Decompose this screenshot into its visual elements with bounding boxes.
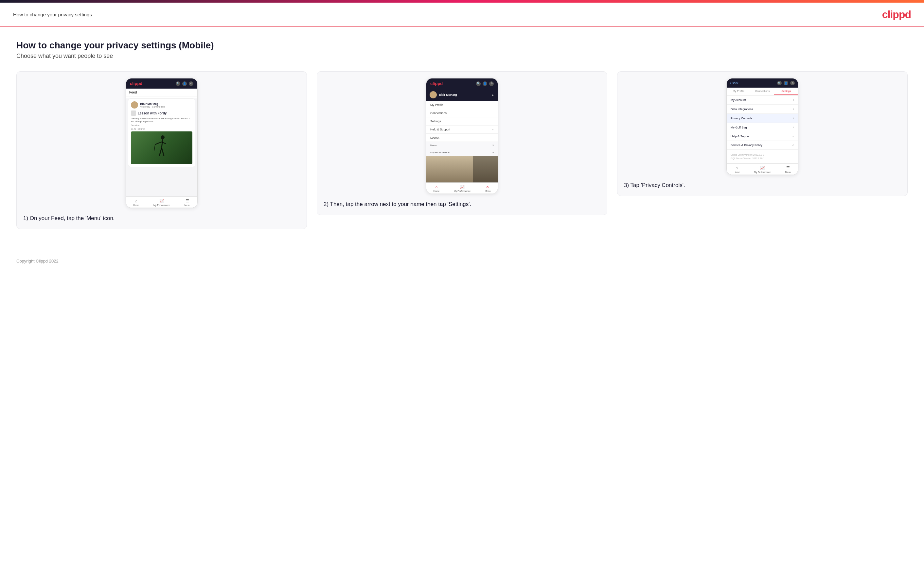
step3-back-bar: ‹ Back 🔍 👤 ⚙ [727, 79, 798, 88]
settings-list: My Account › Data Integrations › Privacy… [727, 95, 798, 150]
page-heading: How to change your privacy settings (Mob… [16, 40, 908, 51]
home-icon-2: ⌂ [435, 185, 438, 189]
version-line-1: Clippd Client Version: 2022.8.3-3 [731, 153, 794, 156]
step2-topbar: clippd 🔍 👤 ⚙ [426, 79, 498, 89]
nav-performance-label-3: My Performance [754, 171, 771, 173]
step1-feed-content: Blair McHarg Yesterday · Sunningdale Les… [126, 98, 197, 197]
settings-item-service-privacy[interactable]: Service & Privacy Policy ↗ [727, 141, 798, 150]
feed-post-duration-value: 01 hr : 30 min [131, 128, 192, 130]
tab-connections[interactable]: Connections [751, 88, 774, 95]
copyright-text: Copyright Clippd 2022 [16, 259, 58, 263]
settings-item-my-golf-bag[interactable]: My Golf Bag › [727, 123, 798, 132]
settings-my-golf-bag-label: My Golf Bag [731, 126, 747, 129]
nav-performance-label: My Performance [153, 204, 170, 206]
feed-post-sub: Yesterday · Sunningdale [140, 106, 165, 108]
back-button[interactable]: ‹ Back [730, 81, 738, 85]
menu-section-home: Home ▾ [426, 142, 498, 149]
nav-performance: 📈 My Performance [153, 199, 170, 206]
tab-settings[interactable]: Settings [774, 88, 798, 95]
settings-data-integrations-label: Data Integrations [731, 108, 753, 111]
step2-bottom-nav: ⌂ Home 📈 My Performance ✕ Menu [426, 182, 498, 193]
step1-bottom-nav: ⌂ Home 📈 My Performance ☰ Menu [126, 197, 197, 208]
menu-item-connections: Connections [426, 109, 498, 118]
chevron-right-icon-1: › [793, 98, 794, 102]
feed-post-header: Blair McHarg Yesterday · Sunningdale [131, 102, 192, 108]
accent-bar [0, 0, 924, 3]
menu-item-help-label: Help & Support [430, 128, 450, 131]
menu-section-performance-label: My Performance [430, 151, 449, 154]
settings-item-privacy-controls[interactable]: Privacy Controls › [727, 114, 798, 123]
feed-tab-label: Feed [126, 89, 197, 97]
home-icon-3: ⌂ [735, 166, 738, 170]
nav-home-label-2: Home [433, 190, 440, 192]
performance-icon-3: 📈 [760, 166, 765, 170]
step1-topbar: clippd 🔍 👤 ⚙ [126, 79, 197, 89]
chevron-up-icon: ▲ [491, 93, 494, 97]
avatar [131, 102, 138, 108]
svg-line-5 [159, 148, 162, 156]
user-icon-3: 👤 [783, 81, 788, 85]
settings-item-help-support[interactable]: Help & Support ↗ [727, 132, 798, 141]
home-icon: ⌂ [135, 199, 137, 203]
menu-avatar [430, 91, 437, 98]
feed-post-user: Blair McHarg Yesterday · Sunningdale [140, 102, 165, 108]
nav-menu: ☰ Menu [184, 199, 191, 206]
step-2-phone-wrapper: clippd 🔍 👤 ⚙ Blair McHarg ▲ [324, 78, 600, 194]
step1-phone-logo: clippd [130, 81, 142, 86]
menu-icon: ☰ [186, 199, 189, 203]
step-2-phone: clippd 🔍 👤 ⚙ Blair McHarg ▲ [426, 78, 498, 194]
menu-section-performance: My Performance ▾ [426, 149, 498, 156]
menu-item-help: Help & Support ↗ [426, 126, 498, 134]
performance-icon: 📈 [159, 199, 164, 203]
svg-line-3 [154, 145, 155, 151]
step-1-phone: clippd 🔍 👤 ⚙ Feed [126, 78, 198, 208]
nav-home: ⌂ Home [133, 199, 139, 206]
nav-performance-3: 📈 My Performance [754, 166, 771, 173]
chevron-right-icon-4: › [793, 126, 794, 129]
settings-privacy-controls-label: Privacy Controls [731, 117, 752, 120]
chevron-right-icon-2: › [793, 107, 794, 111]
nav-home-label: Home [133, 204, 139, 206]
svg-point-0 [161, 135, 165, 139]
version-info: Clippd Client Version: 2022.8.3-3 GQL Se… [727, 150, 798, 163]
nav-menu-label-2: Menu [485, 190, 491, 192]
header: How to change your privacy settings clip… [0, 3, 924, 27]
step-3-phone: ‹ Back 🔍 👤 ⚙ My Profile Connections Sett… [726, 78, 798, 175]
steps-container: clippd 🔍 👤 ⚙ Feed [16, 71, 908, 229]
settings-icon-3: ⚙ [790, 81, 795, 85]
menu-section-home-label: Home [430, 144, 437, 147]
chevron-down-icon: ▾ [493, 144, 494, 147]
menu-item-logout: Logout [426, 134, 498, 142]
menu-icon-3: ☰ [786, 166, 790, 170]
svg-line-6 [162, 148, 164, 156]
menu-user-name: Blair McHarg [439, 93, 457, 97]
step2-background-image [426, 156, 498, 182]
nav-performance-2: 📈 My Performance [454, 185, 470, 192]
menu-item-connections-label: Connections [430, 111, 447, 115]
menu-item-my-profile: My Profile [426, 101, 498, 109]
settings-item-my-account[interactable]: My Account › [727, 95, 798, 105]
ext-icon-1: ↗ [792, 135, 794, 138]
header-title: How to change your privacy settings [13, 12, 92, 17]
step2-phone-logo: clippd [430, 81, 443, 86]
settings-tabs: My Profile Connections Settings [727, 88, 798, 95]
menu-items: My Profile Connections Settings Help & S… [426, 101, 498, 142]
main-content: How to change your privacy settings (Mob… [0, 27, 924, 242]
settings-item-data-integrations[interactable]: Data Integrations › [727, 105, 798, 114]
nav-menu-label: Menu [184, 204, 191, 206]
menu-user-info: Blair McHarg [430, 91, 457, 98]
feed-post: Blair McHarg Yesterday · Sunningdale Les… [128, 98, 195, 167]
tab-my-profile[interactable]: My Profile [727, 88, 751, 95]
nav-menu-2: ✕ Menu [485, 185, 491, 192]
chevron-down-icon-2: ▾ [493, 151, 494, 154]
settings-service-privacy-label: Service & Privacy Policy [731, 143, 762, 147]
svg-line-2 [155, 142, 162, 145]
menu-user-row: Blair McHarg ▲ [426, 89, 498, 101]
close-icon: ✕ [486, 185, 489, 189]
menu-item-settings: Settings [426, 118, 498, 126]
nav-performance-label-2: My Performance [454, 190, 470, 192]
page-subheading: Choose what you want people to see [16, 53, 908, 60]
menu-item-settings-label: Settings [430, 120, 441, 123]
performance-icon-2: 📈 [460, 185, 465, 189]
nav-home-2: ⌂ Home [433, 185, 440, 192]
